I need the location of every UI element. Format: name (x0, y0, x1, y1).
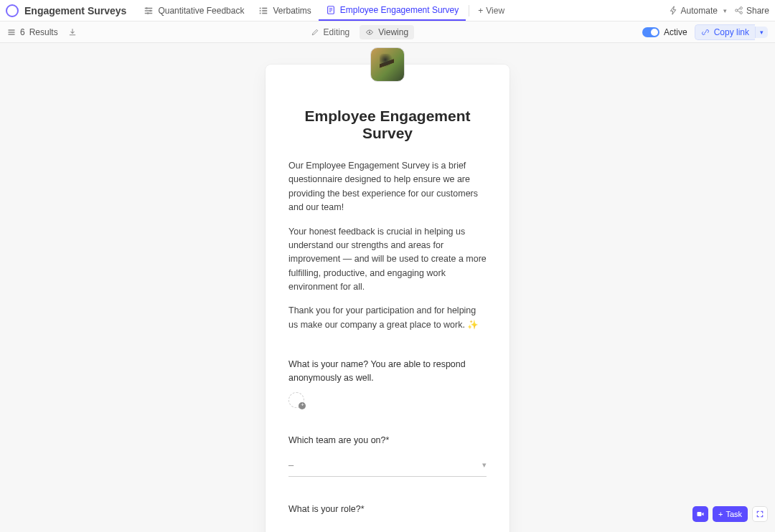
svg-point-2 (147, 12, 149, 14)
workspace-logo (6, 4, 19, 17)
question-team: Which team are you on?* – ▾ (288, 434, 487, 478)
svg-rect-4 (263, 7, 268, 9)
results-count: 6 (20, 27, 25, 37)
svg-rect-22 (697, 512, 701, 516)
share-button[interactable]: Share (734, 6, 769, 16)
intro-paragraph: Our Employee Engagement Survey is a brie… (288, 159, 487, 215)
editing-mode-button[interactable]: Editing (305, 25, 356, 39)
app-header: Engagement Surveys Quantitative Feedback… (0, 0, 775, 22)
results-label: Results (29, 27, 58, 37)
form-toolbar: 6 Results Editing Viewing Active (0, 22, 775, 43)
svg-point-14 (740, 7, 742, 9)
editing-label: Editing (324, 27, 350, 37)
link-icon (701, 28, 710, 37)
floating-action-group: + Task (692, 506, 768, 522)
automate-label: Automate (681, 6, 718, 16)
plus-icon: + (718, 510, 723, 518)
expand-icon (756, 510, 764, 518)
chevron-down-icon: ▾ (723, 7, 727, 14)
task-label: Task (725, 510, 742, 518)
tab-employee-engagement-survey[interactable]: Employee Engagement Survey (319, 0, 466, 21)
results-button[interactable]: 6 Results (7, 27, 58, 37)
question-name: What is your name? You are able to respo… (288, 358, 487, 408)
add-view-button[interactable]: + View (472, 0, 510, 21)
form-canvas[interactable]: Employee Engagement Survey Our Employee … (0, 43, 775, 532)
form-card: Employee Engagement Survey Our Employee … (266, 65, 509, 532)
svg-line-17 (738, 11, 741, 12)
slider-icon (144, 6, 154, 16)
active-label: Active (664, 27, 687, 37)
svg-point-1 (150, 9, 152, 11)
eye-icon (365, 28, 374, 37)
select-value: – (288, 460, 293, 470)
copy-link-dropdown[interactable]: ▾ (755, 27, 768, 38)
add-view-label: View (486, 6, 504, 16)
form-cover-image (370, 47, 405, 82)
copy-link-label: Copy link (714, 27, 749, 37)
plus-icon: + (301, 402, 304, 408)
question-label: What is your name? You are able to respo… (288, 358, 487, 385)
svg-line-16 (738, 9, 741, 10)
intro-paragraph: Your honest feedback is crucial in helpi… (288, 225, 487, 295)
bolt-icon (669, 6, 678, 15)
copy-link-button[interactable]: Copy link (695, 24, 755, 40)
svg-point-15 (740, 11, 742, 14)
svg-point-21 (369, 31, 370, 32)
tab-label: Quantitative Feedback (158, 6, 244, 16)
chevron-down-icon: ▾ (760, 29, 764, 36)
svg-rect-3 (260, 7, 261, 9)
svg-rect-18 (9, 29, 15, 31)
video-icon (696, 510, 705, 518)
expand-button[interactable] (752, 506, 768, 522)
question-label: Which team are you on?* (288, 434, 487, 447)
tab-quantitative-feedback[interactable]: Quantitative Feedback (136, 0, 251, 21)
new-task-button[interactable]: + Task (713, 506, 748, 522)
mode-switch: Editing Viewing (305, 25, 415, 39)
share-icon (734, 6, 743, 15)
svg-point-0 (146, 7, 148, 9)
svg-rect-5 (260, 10, 261, 11)
chevron-down-icon: ▾ (482, 460, 487, 470)
question-role: What is your role?* – ▾ (288, 503, 487, 532)
tab-label: Employee Engagement Survey (340, 5, 459, 15)
team-select[interactable]: – ▾ (288, 454, 487, 477)
svg-rect-8 (263, 12, 268, 14)
svg-rect-20 (9, 34, 15, 35)
view-tabs: Quantitative Feedback Verbatims Employee… (136, 0, 510, 21)
active-switch[interactable] (642, 27, 659, 37)
form-icon (326, 5, 336, 15)
workspace-title: Engagement Surveys (24, 5, 126, 16)
svg-rect-7 (260, 12, 261, 14)
svg-point-13 (736, 9, 738, 11)
svg-rect-6 (263, 10, 268, 11)
viewing-label: Viewing (378, 27, 408, 37)
role-select[interactable]: – ▾ (288, 523, 487, 532)
viewing-mode-button[interactable]: Viewing (360, 25, 414, 39)
download-button[interactable] (68, 28, 77, 37)
share-label: Share (746, 6, 769, 16)
active-toggle: Active (642, 27, 687, 37)
pencil-icon (311, 28, 319, 37)
intro-paragraph: Thank you for your participation and for… (288, 304, 487, 332)
name-assignee-input[interactable]: + (288, 392, 304, 408)
question-label: What is your role?* (288, 503, 487, 516)
header-right: Automate ▾ Share (669, 6, 769, 16)
record-clip-button[interactable] (692, 506, 708, 522)
form-title: Employee Engagement Survey (288, 108, 487, 142)
form-description: Our Employee Engagement Survey is a brie… (288, 159, 487, 332)
tab-verbatims[interactable]: Verbatims (251, 0, 318, 21)
automate-button[interactable]: Automate ▾ (669, 6, 727, 16)
tab-separator (469, 5, 469, 16)
tab-label: Verbatims (273, 6, 311, 16)
toolbar-right: Active Copy link ▾ (642, 24, 768, 40)
svg-rect-19 (9, 32, 15, 33)
plus-icon: + (478, 6, 483, 16)
list-icon (258, 6, 268, 16)
list-icon (7, 28, 16, 37)
select-value: – (288, 529, 293, 532)
